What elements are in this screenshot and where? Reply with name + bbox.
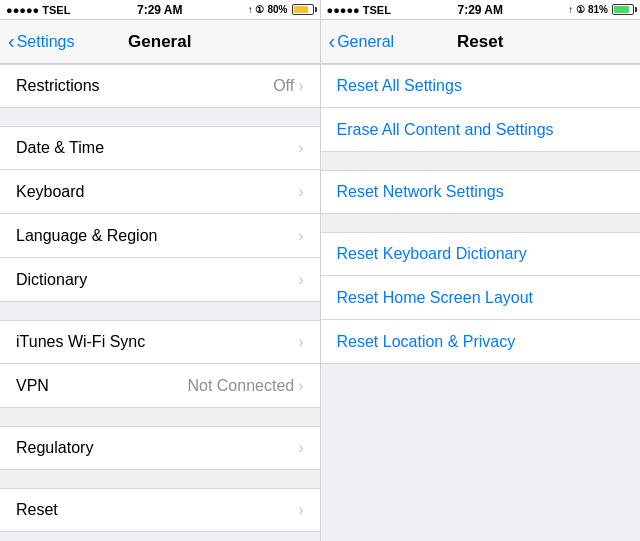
carrier-left: ●●●●● TSEL: [6, 4, 70, 16]
nav-title-right: Reset: [457, 32, 503, 52]
chevron-right-icon: ›: [298, 271, 303, 289]
reset-action-item[interactable]: Reset Network Settings: [321, 170, 641, 214]
cell-label: VPN: [16, 377, 187, 395]
reset-action-label: Reset Network Settings: [337, 183, 625, 201]
reset-action-item[interactable]: Reset Home Screen Layout: [321, 276, 641, 320]
reset-action-label: Reset Home Screen Layout: [337, 289, 625, 307]
list-item[interactable]: RestrictionsOff›: [0, 64, 320, 108]
back-chevron-right: ‹: [329, 31, 336, 51]
section-gap: [0, 302, 320, 320]
back-label-left[interactable]: Settings: [17, 33, 75, 51]
nav-bar-right: ‹ General Reset: [320, 20, 641, 64]
cell-value: Off: [273, 77, 294, 95]
list-item[interactable]: Reset›: [0, 488, 320, 532]
reset-action-label: Reset Keyboard Dictionary: [337, 245, 625, 263]
left-panel: RestrictionsOff›Date & Time›Keyboard›Lan…: [0, 64, 320, 541]
cell-label: Reset: [16, 501, 298, 519]
signal-icons-right: ↑ ①: [568, 4, 585, 15]
section-gap: [0, 470, 320, 488]
reset-action-label: Reset Location & Privacy: [337, 333, 625, 351]
status-bar-left: ●●●●● TSEL 7:29 AM ↑ ① 80%: [0, 0, 320, 20]
battery-icon-left: [292, 4, 314, 15]
cell-label: Date & Time: [16, 139, 298, 157]
list-item[interactable]: Language & Region›: [0, 214, 320, 258]
status-bar-right: ●●●●● TSEL 7:29 AM ↑ ① 81%: [320, 0, 641, 20]
list-item[interactable]: Regulatory›: [0, 426, 320, 470]
right-panel: Reset All SettingsErase All Content and …: [320, 64, 641, 541]
chevron-right-icon: ›: [298, 501, 303, 519]
section-gap: [0, 108, 320, 126]
cell-label: Regulatory: [16, 439, 298, 457]
back-chevron-left: ‹: [8, 31, 15, 51]
section-gap: [321, 214, 641, 232]
chevron-right-icon: ›: [298, 439, 303, 457]
cell-label: Keyboard: [16, 183, 298, 201]
reset-action-item[interactable]: Erase All Content and Settings: [321, 108, 641, 152]
chevron-right-icon: ›: [298, 227, 303, 245]
time-left: 7:29 AM: [137, 3, 183, 17]
carrier-right: ●●●●● TSEL: [327, 4, 391, 16]
nav-title-left: General: [128, 32, 191, 52]
reset-action-label: Erase All Content and Settings: [337, 121, 625, 139]
chevron-right-icon: ›: [298, 377, 303, 395]
reset-action-label: Reset All Settings: [337, 77, 625, 95]
cell-value: Not Connected: [187, 377, 294, 395]
nav-bar-left: ‹ Settings General: [0, 20, 320, 64]
signal-icons-left: ↑ ①: [248, 4, 265, 15]
cell-label: Language & Region: [16, 227, 298, 245]
reset-action-item[interactable]: Reset Location & Privacy: [321, 320, 641, 364]
back-button-left[interactable]: ‹ Settings: [8, 32, 74, 51]
list-item[interactable]: Dictionary›: [0, 258, 320, 302]
reset-action-item[interactable]: Reset All Settings: [321, 64, 641, 108]
section-gap: [321, 152, 641, 170]
list-item[interactable]: Keyboard›: [0, 170, 320, 214]
section-gap: [0, 408, 320, 426]
back-button-right[interactable]: ‹ General: [329, 32, 395, 51]
battery-pct-right: 81%: [588, 4, 608, 15]
chevron-right-icon: ›: [298, 77, 303, 95]
chevron-right-icon: ›: [298, 139, 303, 157]
chevron-right-icon: ›: [298, 333, 303, 351]
list-item[interactable]: Date & Time›: [0, 126, 320, 170]
chevron-right-icon: ›: [298, 183, 303, 201]
battery-pct-left: 80%: [267, 4, 287, 15]
time-right: 7:29 AM: [457, 3, 503, 17]
battery-icon-right: [612, 4, 634, 15]
cell-label: iTunes Wi-Fi Sync: [16, 333, 298, 351]
cell-label: Dictionary: [16, 271, 298, 289]
reset-action-item[interactable]: Reset Keyboard Dictionary: [321, 232, 641, 276]
list-item[interactable]: iTunes Wi-Fi Sync›: [0, 320, 320, 364]
cell-label: Restrictions: [16, 77, 273, 95]
list-item[interactable]: VPNNot Connected›: [0, 364, 320, 408]
back-label-right[interactable]: General: [337, 33, 394, 51]
